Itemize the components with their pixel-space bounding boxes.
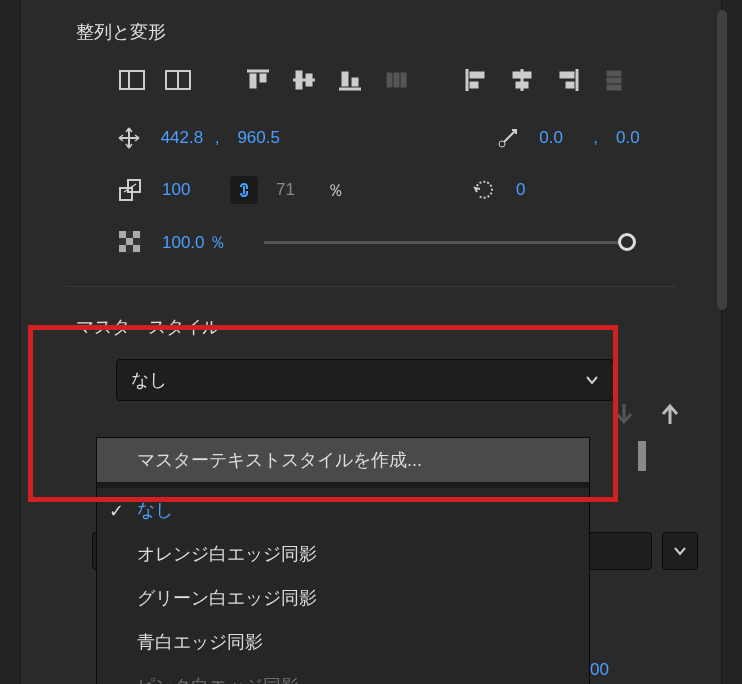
pull-up-button[interactable] bbox=[656, 400, 684, 428]
distribute-h-icon bbox=[380, 64, 412, 96]
svg-rect-6 bbox=[260, 74, 266, 82]
svg-rect-36 bbox=[126, 238, 133, 245]
align-vcenter-icon[interactable] bbox=[288, 64, 320, 96]
svg-rect-23 bbox=[560, 72, 574, 78]
svg-rect-20 bbox=[513, 72, 531, 78]
svg-rect-35 bbox=[133, 231, 140, 238]
svg-rect-26 bbox=[607, 78, 621, 83]
svg-rect-38 bbox=[133, 245, 140, 252]
svg-rect-37 bbox=[119, 245, 126, 252]
rotation-value[interactable]: 0 bbox=[516, 180, 566, 200]
comma: , bbox=[593, 128, 598, 148]
distribute-v-icon bbox=[598, 64, 630, 96]
menu-scrollbar[interactable] bbox=[638, 441, 646, 471]
percent-label: ％ bbox=[327, 179, 344, 202]
menu-item-create[interactable]: マスターテキストスタイルを作成... bbox=[97, 438, 589, 482]
rotation-icon bbox=[470, 176, 498, 204]
svg-rect-0 bbox=[120, 71, 144, 89]
svg-rect-18 bbox=[470, 82, 478, 88]
section-title-align: 整列と変形 bbox=[76, 20, 666, 44]
svg-rect-21 bbox=[516, 82, 528, 88]
opacity-row: 100.0 ％ bbox=[76, 228, 666, 256]
position-x-value[interactable]: 442.8 bbox=[161, 128, 211, 148]
svg-rect-34 bbox=[119, 231, 126, 238]
align-top-icon[interactable] bbox=[242, 64, 274, 96]
scale-h-value[interactable]: 71 bbox=[276, 180, 295, 200]
position-y-value[interactable]: 960.5 bbox=[237, 128, 287, 148]
scrollbar[interactable] bbox=[717, 10, 727, 310]
master-style-title: マスタースタイル bbox=[76, 315, 666, 339]
opacity-slider[interactable] bbox=[264, 241, 626, 244]
opacity-icon bbox=[116, 228, 144, 256]
svg-rect-25 bbox=[607, 71, 621, 76]
svg-rect-11 bbox=[342, 72, 348, 86]
svg-rect-13 bbox=[387, 73, 392, 87]
position-icon bbox=[116, 124, 143, 152]
scale-icon bbox=[116, 176, 144, 204]
menu-item-none[interactable]: ✓ なし bbox=[97, 488, 589, 532]
svg-rect-17 bbox=[470, 72, 484, 78]
align-left-icon[interactable] bbox=[460, 64, 492, 96]
scale-row: 100 71 ％ 0 bbox=[76, 176, 666, 204]
anchor-icon bbox=[495, 124, 522, 152]
anchor-x-value[interactable]: 0.0 bbox=[539, 128, 589, 148]
position-row: 442.8 , 960.5 0.0 , 0.0 bbox=[76, 124, 666, 152]
master-style-dropdown[interactable]: なし bbox=[116, 359, 614, 401]
menu-item-orange[interactable]: オレンジ白エッジ同影 bbox=[97, 532, 589, 576]
svg-rect-9 bbox=[306, 74, 312, 86]
scale-w-value[interactable]: 100 bbox=[162, 180, 212, 200]
menu-item-bluewhite[interactable]: 青白エッジ同影 bbox=[97, 620, 589, 664]
align-left-edges-icon[interactable] bbox=[116, 64, 148, 96]
anchor-y-value[interactable]: 0.0 bbox=[616, 128, 666, 148]
svg-line-29 bbox=[504, 130, 516, 142]
opacity-value[interactable]: 100.0 ％ bbox=[162, 231, 226, 254]
align-center-icon[interactable] bbox=[162, 64, 194, 96]
divider bbox=[66, 286, 676, 287]
svg-rect-8 bbox=[296, 71, 302, 89]
master-style-menu: マスターテキストスタイルを作成... ✓ なし オレンジ白エッジ同影 グリーン白… bbox=[96, 437, 590, 684]
alignment-icon-row bbox=[76, 64, 666, 96]
menu-item-pink[interactable]: ピンク白エッジ同影 bbox=[97, 664, 589, 684]
svg-rect-24 bbox=[566, 82, 574, 88]
master-style-section: マスタースタイル なし bbox=[76, 307, 666, 401]
svg-rect-15 bbox=[401, 73, 406, 87]
chevron-down-icon bbox=[585, 375, 599, 385]
svg-rect-12 bbox=[352, 78, 358, 86]
dropdown-selected-value: なし bbox=[131, 368, 167, 392]
align-right-icon[interactable] bbox=[552, 64, 584, 96]
comma: , bbox=[215, 128, 220, 148]
font-chevron-button[interactable] bbox=[662, 532, 698, 570]
link-scale-icon[interactable] bbox=[230, 176, 258, 204]
svg-rect-14 bbox=[394, 73, 399, 87]
stray-value[interactable]: 00 bbox=[590, 660, 609, 680]
menu-item-green[interactable]: グリーン白エッジ同影 bbox=[97, 576, 589, 620]
push-down-button[interactable] bbox=[610, 400, 638, 428]
svg-rect-5 bbox=[250, 74, 256, 88]
svg-rect-27 bbox=[607, 85, 621, 90]
opacity-slider-thumb[interactable] bbox=[618, 233, 636, 251]
check-icon: ✓ bbox=[109, 500, 124, 522]
align-hcenter-icon[interactable] bbox=[506, 64, 538, 96]
menu-item-none-label: なし bbox=[137, 500, 173, 520]
align-bottom-icon[interactable] bbox=[334, 64, 366, 96]
